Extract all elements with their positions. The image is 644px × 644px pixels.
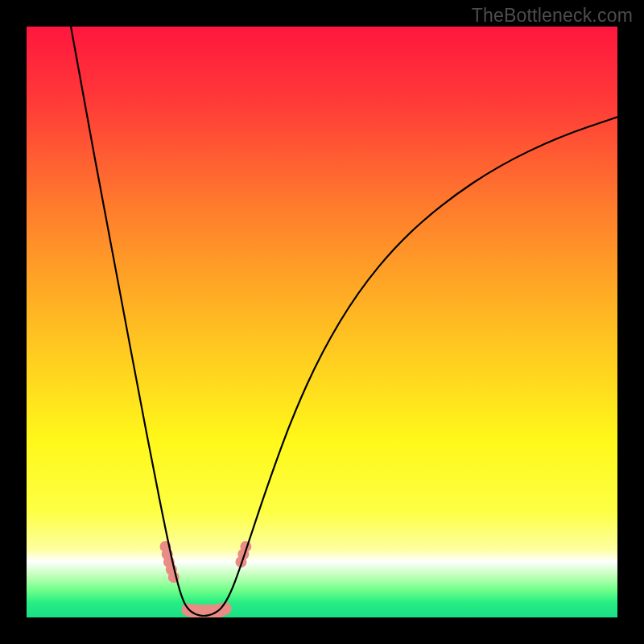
bottleneck-curve: [71, 27, 617, 616]
markers-group: [159, 541, 251, 617]
curve-layer: [27, 27, 617, 617]
chart-frame: TheBottleneck.com: [0, 0, 644, 644]
plot-area: [27, 27, 617, 617]
watermark-text: TheBottleneck.com: [472, 5, 633, 27]
